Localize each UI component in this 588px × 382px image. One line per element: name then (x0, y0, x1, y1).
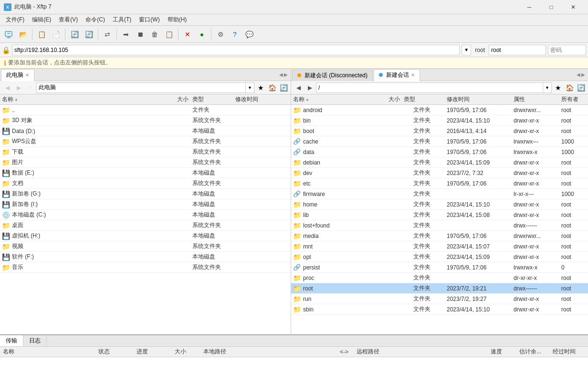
menu-file[interactable]: 文件(F) (2, 15, 28, 25)
table-row[interactable]: 📁boot 文件夹 2016/4/13, 4:14 drwxr-xr-x roo… (291, 126, 588, 136)
table-row[interactable]: 📁桌面 系统文件夹 (0, 220, 291, 231)
table-row[interactable]: 🔗cache 文件夹 1970/5/9, 17:06 lrwxrwx--- 10… (291, 136, 588, 147)
table-row[interactable]: 📁文档 系统文件夹 (0, 178, 291, 189)
right-tab-next[interactable]: ▶ (581, 72, 585, 77)
bottom-tab-log[interactable]: 日志 (23, 335, 47, 346)
table-row[interactable]: 📁opt 文件夹 2023/4/14, 15:09 drwxr-xr-x roo… (291, 252, 588, 262)
table-row[interactable]: 💿本地磁盘 (C:) 本地磁盘 (0, 210, 291, 220)
left-refresh-btn[interactable]: 🔄 (278, 83, 289, 93)
right-col-name[interactable]: 名称 ▲ (291, 95, 373, 103)
table-row[interactable]: 🔗firmware 文件夹 lr-xr-x--- 1000 (291, 189, 588, 199)
minimize-button[interactable]: ─ (518, 0, 540, 14)
right-bookmark-btn[interactable]: ★ (553, 83, 563, 93)
right-refresh-btn[interactable]: 🔄 (576, 83, 586, 93)
right-col-perm[interactable]: 属性 (512, 95, 559, 103)
user-input[interactable] (489, 45, 546, 55)
disconnect-btn[interactable]: ✕ (181, 28, 194, 41)
open-button[interactable]: 📂 (16, 28, 30, 41)
right-tab-close[interactable]: ✕ (411, 72, 415, 78)
table-row[interactable]: 🔗data 文件夹 1970/5/9, 17:06 lrwxrwx-x 1000 (291, 147, 588, 157)
left-forward-btn[interactable]: ▶ (13, 83, 24, 93)
table-row[interactable]: 📁root 文件夹 2023/7/2, 19:21 drwx------ roo… (291, 283, 588, 294)
table-row[interactable]: 📁lib 文件夹 2023/4/14, 15:08 drwxr-xr-x roo… (291, 210, 588, 220)
table-row[interactable]: 📁dev 文件夹 2023/7/2, 7:32 drwxr-xr-x root (291, 168, 588, 178)
left-bookmark-btn[interactable]: ★ (255, 83, 266, 93)
new-session-button[interactable] (2, 28, 15, 41)
right-col-type[interactable]: 类型 (402, 95, 445, 103)
menu-command[interactable]: 命令(C) (82, 15, 109, 25)
password-input[interactable] (548, 45, 586, 55)
left-up-btn[interactable]: ↑ (25, 83, 35, 93)
left-tab-prev[interactable]: ◀ (279, 72, 283, 77)
bottom-tab-transfer[interactable]: 传输 (0, 335, 23, 346)
right-back-btn[interactable]: ◀ (293, 83, 304, 93)
table-row[interactable]: 📁mnt 文件夹 2023/4/14, 15:07 drwxr-xr-x roo… (291, 241, 588, 252)
transfer-btn[interactable]: ➡ (119, 28, 133, 41)
left-col-type[interactable]: 类型 (190, 95, 233, 103)
table-row[interactable]: 📁WPS云盘 系统文件夹 (0, 136, 291, 147)
right-path-dropdown[interactable]: ▼ (543, 83, 552, 93)
right-col-owner[interactable]: 所有者 (559, 95, 588, 103)
table-row[interactable]: 💾Data (D:) 本地磁盘 (0, 126, 291, 136)
menu-help[interactable]: 帮助(H) (164, 15, 191, 25)
close-button[interactable]: ✕ (562, 0, 584, 14)
queue-btn[interactable]: 📋 (162, 28, 176, 41)
table-row[interactable]: 💾虚拟机 (H:) 本地磁盘 (0, 231, 291, 241)
table-row[interactable]: 📁3D 对象 系统文件夹 (0, 115, 291, 126)
right-tab-prev[interactable]: ◀ (577, 72, 580, 77)
table-row[interactable]: 💾数据 (E:) 本地磁盘 (0, 168, 291, 178)
table-row[interactable]: 💾新加卷 (I:) 本地磁盘 (0, 199, 291, 210)
left-back-btn[interactable]: ◀ (2, 83, 12, 93)
table-row[interactable]: 🔗persist 文件夹 1970/5/9, 17:06 lrwxrwx-x 0 (291, 262, 588, 273)
left-col-date[interactable]: 修改时间 (233, 95, 291, 103)
menu-edit[interactable]: 编辑(E) (28, 15, 55, 25)
help-btn[interactable]: ? (228, 28, 242, 41)
left-path-input[interactable] (36, 83, 246, 93)
table-row[interactable]: 📁音乐 系统文件夹 (0, 262, 291, 273)
table-row[interactable]: 📁图片 系统文件夹 (0, 157, 291, 168)
right-forward-btn[interactable]: ▶ (304, 83, 315, 93)
table-row[interactable]: 📁下载 系统文件夹 (0, 147, 291, 157)
menu-view[interactable]: 查看(V) (55, 15, 82, 25)
comment-btn[interactable]: 💬 (242, 28, 256, 41)
table-row[interactable]: 📁debian 文件夹 2023/4/14, 15:09 drwxr-xr-x … (291, 157, 588, 168)
address-input[interactable] (12, 45, 460, 55)
stop-btn[interactable]: ⏹ (134, 28, 147, 41)
maximize-button[interactable]: □ (540, 0, 562, 14)
table-row[interactable]: 💾新加卷 (G:) 本地磁盘 (0, 189, 291, 199)
right-col-size[interactable]: 大小 (373, 95, 402, 103)
delete-btn[interactable]: 🗑 (148, 28, 161, 41)
left-path-dropdown[interactable]: ▼ (246, 83, 254, 93)
right-home-btn[interactable]: 🏠 (564, 83, 575, 93)
connect-btn[interactable]: ● (195, 28, 209, 41)
table-row[interactable]: 📁etc 文件夹 1970/5/9, 17:06 drwxr-xr-x root (291, 178, 588, 189)
table-row[interactable]: 📁.. 文件夹 (0, 105, 291, 115)
table-row[interactable]: 📁proc 文件夹 dr-xr-xr-x root (291, 273, 588, 283)
copy-button[interactable]: 📋 (35, 28, 48, 41)
left-tab-this-pc[interactable]: 此电脑 ✕ (1, 69, 34, 81)
table-row[interactable]: 📁视频 系统文件夹 (0, 241, 291, 252)
refresh-right-button[interactable]: 🔄 (82, 28, 95, 41)
right-col-date[interactable]: 修改时间 (445, 95, 512, 103)
right-tab-active[interactable]: 新建会话 ✕ (374, 69, 420, 81)
table-row[interactable]: 📁run 文件夹 2023/7/2, 19:27 drwxr-xr-x root (291, 294, 588, 304)
left-col-name[interactable]: 名称 ▲ (0, 95, 162, 103)
left-col-size[interactable]: 大小 (162, 95, 190, 103)
paste-button[interactable]: 📄 (49, 28, 63, 41)
table-row[interactable]: 📁media 文件夹 1970/5/9, 17:06 drwxrwxr... r… (291, 231, 588, 241)
menu-window[interactable]: 窗口(W) (135, 15, 163, 25)
table-row[interactable]: 📁android 文件夹 1970/5/9, 17:06 drwxrwxr...… (291, 105, 588, 115)
refresh-left-button[interactable]: 🔄 (68, 28, 81, 41)
table-row[interactable]: 📁home 文件夹 2023/4/14, 15:10 drwxr-xr-x ro… (291, 199, 588, 210)
table-row[interactable]: 📁bin 文件夹 2023/4/14, 15:10 drwxr-xr-x roo… (291, 115, 588, 126)
left-tab-next[interactable]: ▶ (284, 72, 288, 77)
sync-button[interactable]: ⇄ (101, 28, 114, 41)
left-home-btn[interactable]: 🏠 (267, 83, 277, 93)
table-row[interactable]: 📁lost+found 文件夹 drwx------ root (291, 220, 588, 231)
settings-btn[interactable]: ⚙ (214, 28, 227, 41)
right-path-input[interactable] (316, 83, 543, 93)
left-tab-close[interactable]: ✕ (25, 72, 29, 78)
menu-tools[interactable]: 工具(T) (109, 15, 135, 25)
table-row[interactable]: 📁sbin 文件夹 2023/4/14, 15:10 drwxr-xr-x ro… (291, 304, 588, 315)
right-tab-disconnected[interactable]: 新建会话 (Disconnected) (292, 70, 373, 81)
